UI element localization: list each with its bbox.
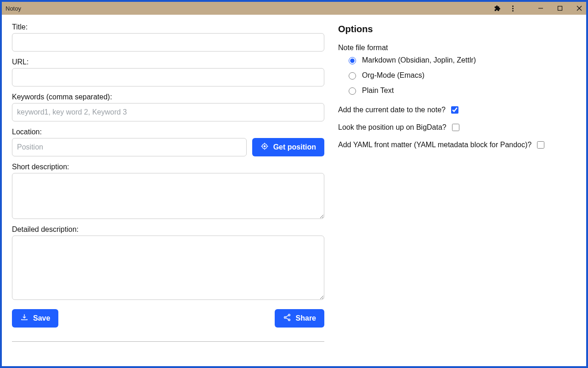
format-plaintext-option[interactable]: Plain Text [346, 86, 576, 95]
svg-point-5 [264, 146, 265, 147]
extension-icon[interactable] [493, 5, 501, 12]
add-date-label: Add the current date to the note? [338, 106, 446, 114]
format-plaintext-radio[interactable] [349, 87, 356, 95]
svg-point-12 [288, 319, 290, 321]
format-orgmode-label: Org-Mode (Emacs) [362, 71, 424, 80]
get-position-label: Get position [273, 143, 316, 151]
title-label: Title: [12, 23, 324, 31]
svg-rect-1 [558, 6, 562, 11]
svg-point-10 [288, 314, 290, 316]
yaml-label: Add YAML front matter (YAML metadata blo… [338, 141, 531, 149]
short-desc-input[interactable] [12, 173, 324, 219]
format-markdown-option[interactable]: Markdown (Obsidian, Joplin, Zettlr) [346, 56, 576, 64]
format-markdown-label: Markdown (Obsidian, Joplin, Zettlr) [362, 56, 476, 64]
bigdata-label: Look the position up on BigData? [338, 123, 447, 132]
bigdata-checkbox[interactable] [452, 124, 459, 131]
url-input[interactable] [12, 68, 324, 86]
share-icon [283, 313, 291, 323]
format-markdown-radio[interactable] [349, 57, 356, 64]
options-panel: Options Note file format Markdown (Obsid… [338, 23, 576, 358]
share-button[interactable]: Share [275, 309, 324, 328]
add-date-checkbox[interactable] [451, 106, 458, 114]
share-label: Share [296, 314, 316, 322]
form-panel: Title: URL: Keywords (comma separated): … [12, 23, 324, 358]
svg-line-14 [286, 318, 288, 319]
keywords-input[interactable] [12, 103, 324, 121]
minimize-button[interactable] [537, 5, 544, 12]
title-input[interactable] [12, 33, 324, 52]
get-position-button[interactable]: Get position [252, 138, 324, 156]
target-icon [260, 142, 269, 152]
options-heading: Options [338, 24, 576, 34]
maximize-button[interactable] [557, 5, 563, 12]
location-label: Location: [12, 128, 324, 136]
format-orgmode-radio[interactable] [349, 72, 356, 80]
close-button[interactable] [576, 5, 582, 12]
save-button[interactable]: Save [12, 309, 58, 328]
format-orgmode-option[interactable]: Org-Mode (Emacs) [346, 71, 576, 80]
window-title: Notoy [6, 5, 21, 12]
short-desc-label: Short description: [12, 163, 324, 171]
keywords-label: Keywords (comma separated): [12, 93, 324, 101]
save-label: Save [33, 314, 50, 322]
titlebar: Notoy [2, 2, 586, 15]
svg-point-11 [284, 316, 286, 318]
svg-line-13 [286, 316, 288, 317]
more-icon[interactable] [509, 5, 516, 12]
location-input[interactable] [12, 138, 247, 156]
download-icon [20, 313, 28, 323]
detailed-desc-input[interactable] [12, 236, 324, 300]
format-label: Note file format [338, 44, 576, 52]
url-label: URL: [12, 58, 324, 66]
format-plaintext-label: Plain Text [362, 86, 394, 95]
yaml-checkbox[interactable] [537, 141, 544, 149]
detailed-desc-label: Detailed description: [12, 225, 324, 234]
